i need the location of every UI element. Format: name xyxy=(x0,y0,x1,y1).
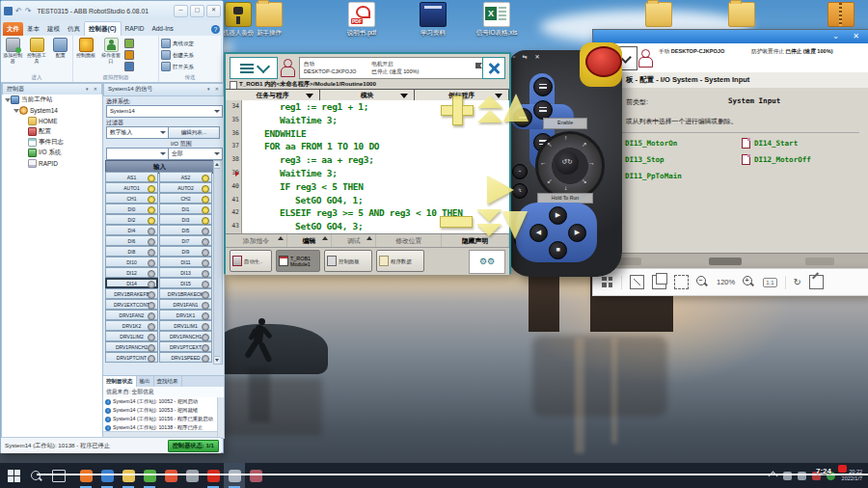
taskbar-button-控制面板[interactable]: 控制面板 xyxy=(324,250,372,272)
tab-仿真[interactable]: 仿真 xyxy=(64,22,84,36)
taskbar-app-gray[interactable] xyxy=(181,463,203,488)
tab-基本[interactable]: 基本 xyxy=(23,22,43,36)
code-line[interactable]: 40IF reg3 < 5 THEN xyxy=(226,180,509,194)
volume-icon[interactable] xyxy=(783,472,792,480)
event-log-row[interactable]: iSystem14 (工作站): 10156 - 程序已重新启动 xyxy=(103,415,218,423)
video-progress-bar[interactable] xyxy=(37,474,868,475)
output-tab-控制器状态[interactable]: 控制器状态 xyxy=(103,376,137,387)
io-range-select-2[interactable]: 全部 xyxy=(168,148,223,160)
close-button[interactable]: ✕ xyxy=(206,5,221,17)
signal-DRV1K1[interactable]: DRV1K1 xyxy=(159,310,212,320)
tree-item-HOME[interactable]: HOME xyxy=(2,116,102,126)
minimize-button[interactable]: ─ xyxy=(174,5,188,17)
output-tab-查找结果[interactable]: 查找结果 xyxy=(154,376,182,387)
signal-DI4[interactable]: DI4 xyxy=(105,225,158,235)
help-icon[interactable]: ? xyxy=(211,25,220,34)
desktop-icon-pdf[interactable]: 说明书.pdf xyxy=(339,2,384,36)
taskbar-active-app[interactable] xyxy=(224,463,245,488)
pendant-menu-button[interactable] xyxy=(230,57,278,79)
desktop-icon-folder[interactable]: 新手操作 xyxy=(247,2,291,36)
signal-AUTO1[interactable]: AUTO1 xyxy=(105,182,158,193)
shutdown-icon[interactable] xyxy=(124,50,134,60)
step-forward-button[interactable]: ▶ xyxy=(568,224,586,242)
signal-DI9[interactable]: DI9 xyxy=(159,246,212,257)
scroll-up-icon[interactable] xyxy=(214,161,220,169)
play-button[interactable]: ▶ xyxy=(549,206,567,225)
task-view-icon[interactable] xyxy=(52,470,66,482)
zoom-in-icon[interactable]: + xyxy=(743,276,755,288)
fit-screen-icon[interactable] xyxy=(630,275,644,289)
settings-tray-icon[interactable] xyxy=(798,472,806,480)
jog-select-button[interactable]: ⌁ xyxy=(512,164,528,179)
ribbon-button-操作者窗口[interactable]: 操作者窗口 xyxy=(99,38,122,64)
redo-icon[interactable]: ↷ xyxy=(25,7,32,15)
search-icon[interactable] xyxy=(30,470,42,482)
save-icon[interactable] xyxy=(4,7,13,15)
signal-AUTO2[interactable]: AUTO2 xyxy=(159,182,212,193)
event-log-row[interactable]: iSystem14 (工作站): 10053 - 迎回就绪 xyxy=(103,406,218,415)
ribbon-button-创建关系[interactable]: 创建关系 xyxy=(159,49,221,61)
edit-list-button[interactable]: 编辑列表... xyxy=(168,126,220,139)
menu-添加指令[interactable]: 添加指令 xyxy=(226,234,287,248)
taskbar-button-程序数据[interactable]: 程序数据 xyxy=(376,250,424,272)
zoom-level[interactable]: 120% xyxy=(717,278,735,286)
tab-文件[interactable]: 文件 xyxy=(3,22,23,36)
signal-DI15[interactable]: DI15 xyxy=(159,278,212,288)
io-icon[interactable] xyxy=(124,62,134,71)
zoom-out-minus-icon[interactable] xyxy=(440,216,473,228)
menu-编辑[interactable]: 编辑 xyxy=(287,234,332,248)
signal-DI13[interactable]: DI13 xyxy=(159,267,212,278)
pendant-close-button[interactable] xyxy=(482,57,505,79)
page-up-icon[interactable] xyxy=(477,95,502,123)
tree-item-System14[interactable]: System14 xyxy=(2,105,102,116)
code-line[interactable]: 36ENDWHILE xyxy=(226,127,509,141)
filter-select[interactable]: 数字输入 xyxy=(106,126,169,139)
pendant-window-controls[interactable]: ▫ ⇆ ✕ xyxy=(513,53,543,60)
restart-icon[interactable] xyxy=(124,39,134,48)
expander-open-icon[interactable] xyxy=(5,97,10,102)
event-log-row[interactable]: iSystem14 (工作站): 10052 - 迎回启动 xyxy=(103,397,218,406)
tray-expand-icon[interactable] xyxy=(768,471,777,480)
quickset-button[interactable]: ⚙⚙ xyxy=(469,250,505,274)
signal-DRV1SPEED[interactable]: DRV1SPEED xyxy=(159,352,212,363)
notification-badge[interactable] xyxy=(838,465,847,473)
signal-DI3[interactable]: DI3 xyxy=(159,214,212,225)
config-item-DI11_PpToMain[interactable]: DI11_PpToMain xyxy=(612,171,682,181)
pendant-button-1[interactable] xyxy=(533,77,553,96)
io-range-select-1[interactable] xyxy=(106,148,169,160)
bottom-bar-button[interactable] xyxy=(805,258,834,265)
next-arrow-icon[interactable] xyxy=(487,176,514,204)
titlebar-buttons[interactable]: ⌄ ✕ xyxy=(832,32,865,41)
signal-DI11[interactable]: DI11 xyxy=(159,257,212,267)
ribbon-button-配置[interactable]: 配置 xyxy=(49,38,71,59)
desktop-icon-book[interactable]: 学习资料 xyxy=(411,2,455,36)
scroll-down-arrow-icon[interactable] xyxy=(502,211,528,239)
axis-select-button[interactable]: ↯ xyxy=(512,183,528,199)
config-item-DI12_MotorOff[interactable]: DI12_MotorOff xyxy=(742,154,811,165)
bottom-bar-button[interactable] xyxy=(709,258,742,265)
menu-调试[interactable]: 调试 xyxy=(332,234,376,248)
signal-DRV1FAN2[interactable]: DRV1FAN2 xyxy=(105,310,158,320)
tab-建模[interactable]: 建模 xyxy=(43,22,64,36)
tree-item-配置[interactable]: 配置 xyxy=(2,126,102,137)
signal-AS1[interactable]: AS1 xyxy=(105,172,158,182)
rotate-icon[interactable]: ↻ xyxy=(794,277,801,287)
signal-DI14[interactable]: DI14 xyxy=(105,278,158,288)
signal-DI5[interactable]: DI5 xyxy=(159,225,212,235)
output-tab-输出[interactable]: 输出 xyxy=(137,376,154,387)
robotstudio-titlebar[interactable]: ↶ ↷ TEST0315 - ABB RobotStudio 6.08.01 ─… xyxy=(1,1,223,21)
signal-DI1[interactable]: DI1 xyxy=(159,203,212,214)
crop-frame-icon[interactable] xyxy=(674,275,689,289)
actual-size-button[interactable]: 1:1 xyxy=(763,278,776,287)
ribbon-button-控制器工具[interactable]: 控制器工具 xyxy=(26,38,48,64)
signal-DRV1PTCEXT[interactable]: DRV1PTCEXT xyxy=(159,341,212,352)
signal-DRV1EXTCONT[interactable]: DRV1EXTCONT xyxy=(105,299,158,310)
signal-DI10[interactable]: DI10 xyxy=(105,257,158,267)
signal-DRV1BRAKEOK[interactable]: DRV1BRAKEOK xyxy=(159,288,212,299)
zoom-in-plus-icon[interactable] xyxy=(440,95,475,124)
expander-open-icon[interactable] xyxy=(14,108,18,113)
duplicate-icon[interactable] xyxy=(652,275,666,289)
tree-item-事件日志[interactable]: 事件日志 xyxy=(2,137,102,148)
desktop-icon-excel[interactable]: 信号IO表格.xls xyxy=(475,2,519,36)
tree-item-I/O 系统[interactable]: I/O 系统 xyxy=(2,148,102,158)
